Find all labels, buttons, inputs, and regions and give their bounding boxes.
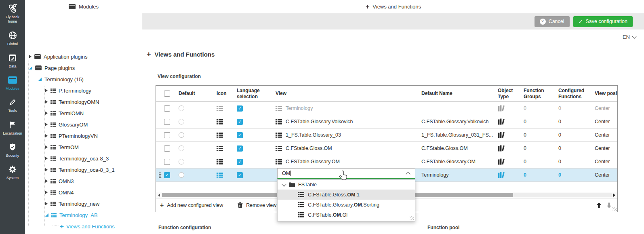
table-icon [51,122,56,127]
library-icon [498,145,524,152]
collapse-arrow-icon[interactable] [45,213,48,217]
table-row[interactable]: C.FSTable.Glossary.OM C.FSTable.Glossary… [156,155,617,169]
tree-item-application-plugins[interactable]: Application plugins [25,51,142,62]
language-selection-checkbox[interactable] [237,105,243,112]
row-checkbox[interactable] [164,145,170,152]
default-name: C.FStable.Gloss.OM [421,142,498,155]
table-row[interactable]: C.FStable.Gloss.OM C.FStable.Gloss.OM 0 … [156,142,617,155]
table-resize-handle[interactable] [612,207,617,211]
cancel-button[interactable]: ✕ Cancel [535,16,570,27]
sidebar-item-security[interactable]: Security [0,142,25,158]
dropdown-option[interactable]: C.FSTable.Gloss.OM.1 [278,190,415,200]
tree-item-terminology-oca-8-3[interactable]: Terminology_oca-8_3 [25,153,142,164]
tree-item-termom[interactable]: TermOM [25,141,142,153]
configured-functions-count: 0 [558,142,595,155]
expand-arrow-icon[interactable] [45,100,48,103]
chevron-up-icon[interactable] [406,172,410,176]
row-checkbox[interactable] [164,119,170,125]
table-icon [51,213,57,217]
sidebar-item-tools[interactable]: Tools [0,97,25,113]
globe-icon [8,30,17,41]
collapse-arrow-icon[interactable] [29,66,32,70]
select-all-checkbox[interactable] [164,91,170,97]
language-selection-checkbox[interactable] [237,119,243,125]
row-checkbox[interactable] [164,132,170,138]
expand-arrow-icon[interactable] [45,123,48,126]
tree-item-terminologyomn[interactable]: TerminologyOMN [25,96,142,108]
function-groups-count: 0 [524,155,558,169]
language-selection-checkbox[interactable] [237,132,243,138]
add-configured-view-button[interactable]: + Add new configured view [160,202,223,209]
tree-item-termiomn[interactable]: TermiOMN [25,108,142,119]
save-configuration-button[interactable]: ✓ Save configuration [573,16,633,27]
default-radio[interactable] [179,132,184,138]
tree-item-glossaryom[interactable]: GlossaryOM [25,119,142,130]
expand-arrow-icon[interactable] [45,134,48,137]
default-radio[interactable] [179,172,184,178]
expand-arrow-icon[interactable] [29,55,32,58]
sidebar-item-fly-back-home[interactable]: Fly back home [0,3,25,24]
table-row[interactable]: 1_FS.Table.Glossary_03 1_FS.Table.Glossa… [156,129,617,142]
expand-arrow-icon[interactable] [45,168,48,171]
sidebar-item-label: Data [2,64,23,69]
option-label: C.FSTable.Glossary.OM.Sorting [308,202,379,208]
expand-arrow-icon[interactable] [45,179,48,183]
expand-arrow-icon[interactable] [45,157,48,160]
default-radio[interactable] [179,159,184,164]
tree-item-terminology-group[interactable]: Terminology (15) [25,74,142,85]
list-icon [217,146,237,151]
row-checkbox[interactable] [164,172,170,178]
tree-item-p-terminology[interactable]: P.Terminology [25,85,142,96]
default-radio[interactable] [179,145,184,151]
dropdown-option[interactable]: C.FSTable.OM.Gl [278,210,415,220]
dropdown-folder-fstable[interactable]: FSTable [278,180,415,190]
sidebar-item-system[interactable]: System [0,164,25,180]
remove-view-button[interactable]: Remove view [238,202,276,208]
view-list-icon [276,133,282,138]
language-selection-checkbox[interactable] [237,145,243,152]
tree-item-terminology-new[interactable]: Terminology_new [25,198,142,209]
sidebar-item-modules[interactable]: Modules [0,75,25,91]
dropdown-option[interactable]: C.FSTable.Glossary.OM.Sorting [278,200,415,210]
table-row[interactable]: Terminology 0 0 Center [156,102,617,115]
tree-item-omn3[interactable]: OMN3 [25,175,142,187]
row-checkbox[interactable] [164,159,170,165]
dropdown-resize-handle[interactable] [410,216,414,220]
scroll-left-button[interactable] [156,192,162,198]
configured-functions-count: 0 [558,169,595,182]
expand-arrow-icon[interactable] [45,112,48,115]
sidebar-item-data[interactable]: Data [0,53,25,69]
sidebar-item-global[interactable]: Global [0,30,25,46]
default-radio[interactable] [179,119,184,124]
plus-icon: + [366,4,369,10]
scroll-right-button[interactable] [612,192,617,198]
sidebar-item-label: Security [2,154,23,158]
language-selector[interactable]: EN [623,34,636,40]
tree-item-terminology-ab[interactable]: Terminology_AB [25,209,142,221]
expand-arrow-icon[interactable] [45,145,48,149]
expand-arrow-icon[interactable] [45,191,48,194]
collapse-arrow-icon[interactable] [38,78,42,81]
row-checkbox[interactable] [164,105,170,112]
language-selection-checkbox[interactable] [237,159,243,165]
drag-handle-icon[interactable] [158,172,162,179]
language-selection-checkbox[interactable] [237,172,243,178]
expand-arrow-icon[interactable] [45,89,48,92]
tree-item-pterminologyvn[interactable]: PTerminologyVN [25,130,142,141]
view-configuration-label: View configuration [158,74,201,79]
view-list-icon [298,212,304,217]
sidebar-item-localization[interactable]: Localization [0,120,25,136]
tree-item-page-plugins[interactable]: Page plugins [25,62,142,74]
move-down-button[interactable] [606,202,612,208]
expand-arrow-icon[interactable] [45,202,48,205]
default-radio[interactable] [179,105,184,111]
tree-item-views-and-functions[interactable]: + Views and Functions [25,221,142,232]
view-list-icon [276,146,282,151]
table-row[interactable]: C.FSTable.Glossary.Volkovich C.FSTable.G… [156,115,617,129]
table-icon [51,156,56,161]
tree-item-omn4[interactable]: OMN4 [25,187,142,198]
view-combobox-input[interactable]: OM [277,168,415,179]
tree-item-terminology-oca-8-3-1[interactable]: Terminology_oca-8_3_1 [25,164,142,175]
plus-icon: + [147,51,151,58]
move-up-button[interactable] [596,202,602,208]
